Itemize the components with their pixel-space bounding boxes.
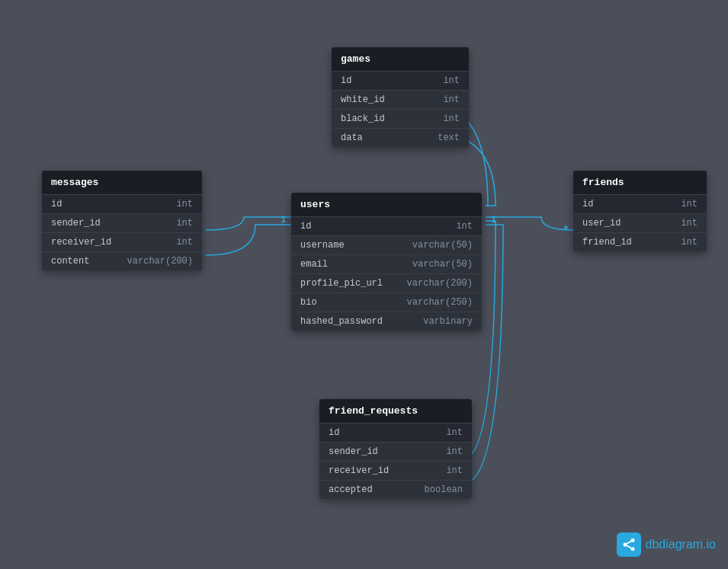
table-row: profile_pic_url varchar(200)	[291, 273, 482, 292]
table-row: friend_id int	[573, 232, 707, 251]
table-row: receiver_id int *	[319, 461, 472, 480]
table-games[interactable]: games id int white_id int * black_id int…	[332, 47, 469, 147]
table-messages[interactable]: messages id int sender_id int * receiver…	[42, 171, 202, 270]
table-row: id int	[319, 423, 472, 442]
svg-line-3	[627, 545, 631, 548]
table-row: content varchar(200)	[42, 251, 202, 270]
table-row: receiver_id int *	[42, 232, 202, 251]
watermark[interactable]: dbdiagram.io	[617, 532, 717, 557]
watermark-text: dbdiagram.io	[646, 538, 717, 551]
table-row: username varchar(50)	[291, 235, 482, 254]
table-header-messages: messages	[42, 171, 202, 194]
table-header-friends: friends	[573, 171, 707, 194]
svg-point-1	[623, 543, 627, 547]
svg-point-2	[630, 547, 634, 551]
svg-point-0	[630, 539, 634, 542]
table-row: sender_id int *	[319, 442, 472, 461]
table-row: id int 1	[291, 216, 482, 235]
table-row: accepted boolean	[319, 480, 472, 499]
relation-label-3: *	[563, 225, 569, 237]
table-row: id int	[332, 71, 469, 90]
table-row: white_id int *	[332, 90, 469, 109]
table-row: bio varchar(250)	[291, 292, 482, 312]
svg-line-4	[627, 541, 631, 543]
table-row: sender_id int *	[42, 213, 202, 232]
table-header-users: users	[291, 193, 482, 216]
relation-label-2: 1	[491, 215, 496, 225]
table-row: data text	[332, 128, 469, 147]
table-friends[interactable]: friends id int user_id int * friend_id i…	[573, 171, 707, 251]
db-canvas: games id int white_id int * black_id int…	[0, 0, 728, 569]
table-row: email varchar(50)	[291, 254, 482, 273]
table-row: id int	[42, 194, 202, 213]
share-icon	[621, 537, 637, 552]
table-header-friend-requests: friend_requests	[319, 399, 472, 423]
table-row: id int	[573, 194, 707, 213]
table-header-games: games	[332, 47, 469, 71]
table-row: black_id int *	[332, 109, 469, 128]
table-friend-requests[interactable]: friend_requests id int sender_id int * r…	[319, 399, 472, 499]
table-row: hashed_password varbinary	[291, 312, 482, 331]
table-row: user_id int *	[573, 213, 707, 232]
watermark-icon	[617, 532, 641, 557]
relation-label-1: 1	[281, 215, 286, 225]
table-users[interactable]: users id int 1 username varchar(50) emai…	[291, 193, 482, 331]
